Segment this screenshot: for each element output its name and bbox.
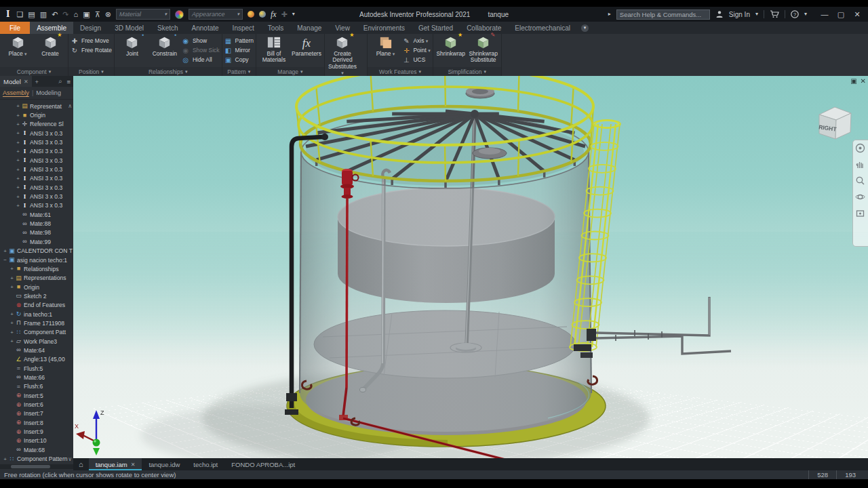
tree-item[interactable]: ∞Mate:88 [0,219,73,228]
tree-expander[interactable]: + [15,121,21,127]
home-icon[interactable]: ⌂ [73,458,89,470]
ribbon-tab-tools[interactable]: Tools [261,22,290,34]
store-cart-icon[interactable] [770,10,779,18]
tree-expander[interactable]: + [15,113,21,119]
close-icon[interactable]: ✕ [131,462,136,468]
tank-shell[interactable] [300,152,591,432]
tree-item[interactable]: +✛Reference Sl [0,120,73,129]
tree-expander[interactable]: + [15,157,21,163]
material-clear-icon[interactable]: ⊗ [105,11,111,18]
tree-item[interactable]: +IANSI 3 x 0.3 [0,129,73,138]
search-input[interactable]: Search Help & Commands... [616,9,710,20]
free-rotate-button[interactable]: ↻Free Rotate [71,46,112,55]
tree-item[interactable]: ⊕Insert:5 [0,391,73,400]
update-icon[interactable]: ⊼ [95,11,100,18]
tree-item[interactable]: ∞Mate:99 [0,237,73,246]
panel-label[interactable]: Component▾ [0,67,68,76]
tree-item[interactable]: +▤Representations [0,274,73,283]
adjust-material-icon[interactable] [248,11,254,18]
tree-item[interactable]: ⊕Insert:6 [0,400,73,409]
tree-expander[interactable]: + [9,311,15,317]
tree-item[interactable]: −▣asig nacion techo:1 [0,256,73,264]
tree-expander[interactable]: + [15,203,21,209]
tree-expander[interactable]: + [15,194,21,200]
parameters-button[interactable]: fxParameters [291,35,322,57]
tree-item[interactable]: +■Origin [0,110,73,119]
parameters-fx-icon[interactable]: fx [271,9,277,20]
tree-expander[interactable]: + [9,320,15,326]
tree-item[interactable]: +↻ina techo:1 [0,310,73,319]
tree-scroll-up-icon[interactable]: ∧ [68,103,72,109]
redo-icon[interactable]: ↷ [62,11,68,18]
tree-expander[interactable]: + [15,130,21,136]
point-button[interactable]: ✛Point ▾ [402,46,430,55]
tree-expander[interactable]: + [15,103,21,109]
tree-item[interactable]: =Flush:6 [0,382,73,391]
help-icon[interactable] [791,10,799,18]
scrollbar-thumb[interactable] [11,465,50,468]
material-dropdown[interactable]: Material▾ [116,9,170,20]
subtab-assembly[interactable]: Assembly [3,89,29,97]
tree-expander[interactable]: + [15,176,21,182]
search-expand-icon[interactable]: ▸ [608,12,611,17]
tree-item[interactable]: +▤Representat [0,102,73,110]
tree-item[interactable]: ⊕Insert:8 [0,418,73,427]
qat-customize-chevron-icon[interactable]: ▾ [292,12,295,17]
zoom-window-icon[interactable] [855,176,865,186]
panel-label[interactable]: Simplification▾ [433,67,501,76]
constrain-button[interactable]: ▪Constrain [149,35,180,57]
view-settings-icon[interactable]: ▣ [83,11,90,18]
tree-expander[interactable]: + [9,329,15,336]
tree-item[interactable]: +∷Component Pattern [0,454,73,463]
create-derived-substitutes-button[interactable]: ★Create Derived Substitutes ▾ [327,35,358,76]
ribbon-tab-environments[interactable]: Environments [357,22,412,34]
close-icon[interactable]: ✕ [24,79,28,85]
tree-scroll-down-icon[interactable]: ∨ [68,456,72,462]
sign-in-chevron-icon[interactable]: ▾ [755,12,758,17]
tree-expander[interactable]: + [9,338,15,344]
ribbon-tab-assemble[interactable]: Assemble [30,22,73,34]
browser-horizontal-scrollbar[interactable] [0,464,73,469]
save-icon[interactable]: ▥ [40,11,47,18]
ribbon-tab-file[interactable]: File [0,22,30,34]
tree-item[interactable]: ⊕Insert:10 [0,436,73,445]
tree-item[interactable]: ∞Mate:66 [0,373,73,382]
tree-item[interactable]: ⊕Insert:7 [0,409,73,418]
tree-item[interactable]: +IANSI 3 x 0.3 [0,201,73,210]
navigation-wheel-icon[interactable] [855,143,865,153]
tree-item[interactable]: ∞Mate:98 [0,228,73,237]
appearance-dropdown[interactable]: Appearance▾ [189,9,243,20]
tree-item[interactable]: +▱Work Plane3 [0,337,73,346]
tree-item[interactable]: +IANSI 3 x 0.3 [0,174,73,183]
restore-button[interactable]: ▢ [835,10,846,19]
axis-button[interactable]: ✎Axis ▾ [402,37,430,45]
hide-all-button[interactable]: ◎Hide All [182,56,220,64]
panel-label[interactable]: Manage▾ [256,67,324,76]
pan-hand-icon[interactable] [855,159,865,169]
ribbon-tab-sketch[interactable]: Sketch [151,22,185,34]
show-sick-button[interactable]: ◉Show Sick [182,46,220,55]
tree-item[interactable]: ⊗End of Features [0,301,73,310]
tree-expander[interactable]: + [9,275,15,281]
close-button[interactable]: ✕ [852,10,863,19]
shrinkwrap-substitute-button[interactable]: ✎Shrinkwrap Substitute [468,35,499,64]
help-chevron-icon[interactable]: ▾ [804,12,807,17]
panel-label[interactable]: Position▾ [68,67,114,76]
add-browser-tab-icon[interactable]: + [32,78,43,85]
view-cube[interactable]: RIGHT [818,107,851,139]
tree-expander[interactable]: + [9,266,15,272]
tree-item[interactable]: ▭Sketch 2 [0,291,73,300]
shrinkwrap-button[interactable]: ★Shrinkwrap [435,35,467,57]
minimize-button[interactable]: — [819,10,830,18]
look-at-icon[interactable] [855,208,865,218]
search-icon[interactable]: ⌕ [56,77,64,85]
tree-expander[interactable]: + [2,248,8,254]
ribbon-collapse-icon[interactable]: ▾ [581,24,589,32]
tree-expander[interactable]: + [9,284,15,290]
new-file-icon[interactable]: ❏ [16,11,23,18]
copy-button[interactable]: ▣Copy [224,56,254,64]
tree-item[interactable]: +IANSI 3 x 0.3 [0,165,73,174]
panel-label[interactable]: Work Features▾ [368,67,432,76]
doc-tab-techo-ipt[interactable]: techo.ipt [186,458,224,470]
tree-item[interactable]: =Flush:5 [0,364,73,373]
